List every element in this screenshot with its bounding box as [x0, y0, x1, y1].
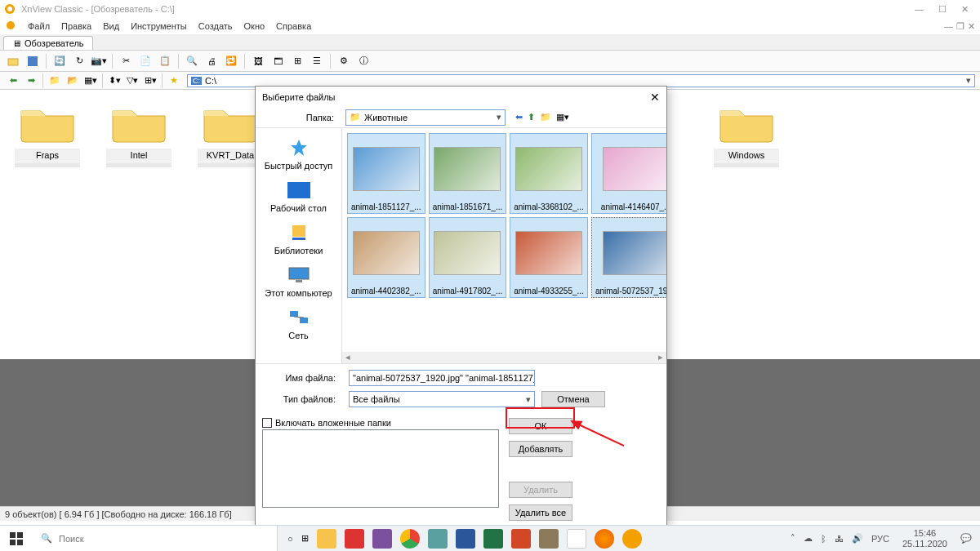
include-subfolders-checkbox[interactable]	[262, 418, 272, 428]
start-button[interactable]	[0, 526, 33, 551]
grid-icon[interactable]: ⊞	[289, 53, 305, 69]
horizontal-scrollbar[interactable]: ◂ ▸	[342, 352, 666, 363]
folder-item[interactable]: Intel	[106, 101, 172, 167]
tray-bluetooth-icon[interactable]: ᛒ	[821, 534, 826, 544]
place-this-pc[interactable]: Этот компьютер	[256, 260, 341, 301]
folder-item[interactable]: KVRT_Data	[198, 101, 263, 167]
file-thumbnail[interactable]: animal-1851127_...	[347, 133, 425, 214]
remove-button[interactable]: Удалить	[509, 482, 572, 498]
app-gimp-icon[interactable]	[539, 529, 559, 549]
file-thumbnail[interactable]: animal-4933255_...	[510, 217, 588, 298]
menu-window[interactable]: Окно	[244, 21, 265, 31]
nav-layout-icon[interactable]: ⊞▾	[142, 73, 158, 89]
dialog-close-button[interactable]: ✕	[650, 91, 660, 104]
go-back-icon[interactable]: ⬅	[515, 112, 523, 122]
print-icon[interactable]: 🖨	[203, 53, 220, 69]
file-thumbnail[interactable]: animal-5072537_1920	[591, 217, 666, 298]
file-thumbnail[interactable]: animal-1851671_...	[429, 133, 507, 214]
file-thumbnail[interactable]: animal-4917802_...	[429, 217, 507, 298]
nav-forward-icon[interactable]: ➡	[23, 73, 39, 89]
tray-volume-icon[interactable]: 🔊	[852, 533, 863, 544]
acquire-icon[interactable]: 📷▾	[91, 53, 107, 69]
copy-icon[interactable]: 📄	[137, 53, 154, 69]
menu-view[interactable]: Вид	[103, 21, 119, 31]
app-viber-icon[interactable]	[372, 529, 392, 549]
remove-all-button[interactable]: Удалить все	[509, 504, 572, 521]
open-icon[interactable]	[5, 53, 21, 69]
filename-input[interactable]: "animal-5072537_1920.jpg" "animal-185112…	[349, 370, 535, 386]
folder-item[interactable]: Windows	[714, 101, 779, 167]
tray-network-icon[interactable]: 🖧	[835, 534, 844, 544]
paste-icon[interactable]: 📋	[157, 53, 173, 69]
mdi-restore-button[interactable]: ❐	[956, 21, 964, 32]
tray-expand-icon[interactable]: ˄	[791, 533, 795, 544]
menu-edit[interactable]: Правка	[61, 21, 91, 31]
place-network[interactable]: Сеть	[256, 303, 341, 344]
file-thumbnail[interactable]: animal-3368102_...	[510, 133, 588, 214]
nav-up-icon[interactable]: 📁	[47, 73, 63, 89]
view-menu-icon[interactable]: ▦▾	[556, 112, 569, 122]
save-icon[interactable]	[24, 53, 41, 69]
nav-fav-icon[interactable]: ★	[166, 73, 182, 89]
app-powerpoint-icon[interactable]	[511, 529, 531, 549]
tray-onedrive-icon[interactable]: ☁	[804, 533, 813, 544]
place-quick-access[interactable]: Быстрый доступ	[256, 133, 341, 174]
convert-icon[interactable]: 🔁	[223, 53, 239, 69]
new-folder-icon[interactable]: 📁	[540, 112, 551, 122]
app-chrome-icon[interactable]	[400, 529, 420, 549]
reload-icon[interactable]: ↻	[71, 53, 87, 69]
tray-notifications-icon[interactable]: 💬	[960, 533, 972, 544]
task-view-icon[interactable]: ⊞	[301, 533, 309, 544]
folder-combo[interactable]: 📁 Животные ▾	[345, 109, 506, 126]
close-button[interactable]: ✕	[961, 4, 969, 15]
maximize-button[interactable]: ☐	[938, 4, 947, 15]
nav-sort-icon[interactable]: ⬍▾	[106, 73, 122, 89]
menu-create[interactable]: Создать	[198, 21, 233, 31]
nav-views-icon[interactable]: ▦▾	[82, 73, 99, 89]
selected-files-listbox[interactable]	[262, 429, 499, 508]
place-desktop[interactable]: Рабочий стол	[256, 176, 341, 216]
app-xnview-icon[interactable]	[622, 529, 642, 549]
refresh-icon[interactable]: 🔄	[51, 53, 68, 69]
app-firefox-icon[interactable]	[595, 529, 614, 549]
list-icon[interactable]: ☰	[309, 53, 325, 69]
about-icon[interactable]: ⓘ	[355, 53, 372, 69]
file-list[interactable]: animal-1851127_...animal-1851671_...anim…	[342, 128, 666, 363]
minimize-button[interactable]: —	[915, 4, 924, 15]
app-calculator-icon[interactable]	[428, 529, 448, 549]
place-libraries[interactable]: Библиотеки	[256, 218, 341, 259]
app-ccleaner-icon[interactable]	[345, 529, 364, 549]
app-word-icon[interactable]	[456, 529, 475, 549]
tray-clock[interactable]: 15:46 25.11.2020	[898, 528, 952, 548]
cancel-button[interactable]: Отмена	[541, 391, 605, 407]
app-excel-icon[interactable]	[483, 529, 503, 549]
scroll-right-icon[interactable]: ▸	[655, 352, 666, 363]
options-icon[interactable]: ⚙	[336, 53, 352, 69]
go-up-icon[interactable]: ⬆	[528, 112, 535, 122]
menu-tools[interactable]: Инструменты	[131, 21, 187, 31]
nav-newfolder-icon[interactable]: 📂	[65, 73, 81, 89]
search-icon[interactable]: 🔍	[184, 53, 200, 69]
slideshow-icon[interactable]: 🖼	[250, 53, 266, 69]
cortana-icon[interactable]: ○	[287, 534, 293, 544]
add-button[interactable]: Добавлять	[509, 441, 572, 457]
thumbs-icon[interactable]: 🗔	[270, 53, 286, 69]
file-thumbnail[interactable]: animal-4402382_...	[347, 217, 425, 298]
mdi-minimize-button[interactable]: —	[944, 21, 953, 32]
menu-file[interactable]: Файл	[28, 21, 50, 31]
tab-browser[interactable]: 🖥 Обозреватель	[3, 36, 93, 50]
filetype-combo[interactable]: Все файлы ▾	[349, 391, 535, 407]
file-thumbnail[interactable]: animal-4146407_...	[591, 133, 666, 214]
folder-item[interactable]: Fraps	[15, 101, 80, 167]
cut-icon[interactable]: ✂	[118, 53, 134, 69]
scroll-left-icon[interactable]: ◂	[342, 352, 354, 363]
ok-button[interactable]: ОК	[509, 418, 572, 434]
nav-filter-icon[interactable]: ▽▾	[124, 73, 140, 89]
nav-back-icon[interactable]: ⬅	[5, 73, 21, 89]
menu-help[interactable]: Справка	[276, 21, 311, 31]
tray-language[interactable]: РУС	[871, 534, 889, 544]
app-pdf24-icon[interactable]	[567, 529, 586, 549]
mdi-close-button[interactable]: ✕	[968, 21, 975, 32]
app-explorer-icon[interactable]	[317, 529, 336, 549]
address-dropdown-icon[interactable]: ▾	[966, 75, 971, 86]
